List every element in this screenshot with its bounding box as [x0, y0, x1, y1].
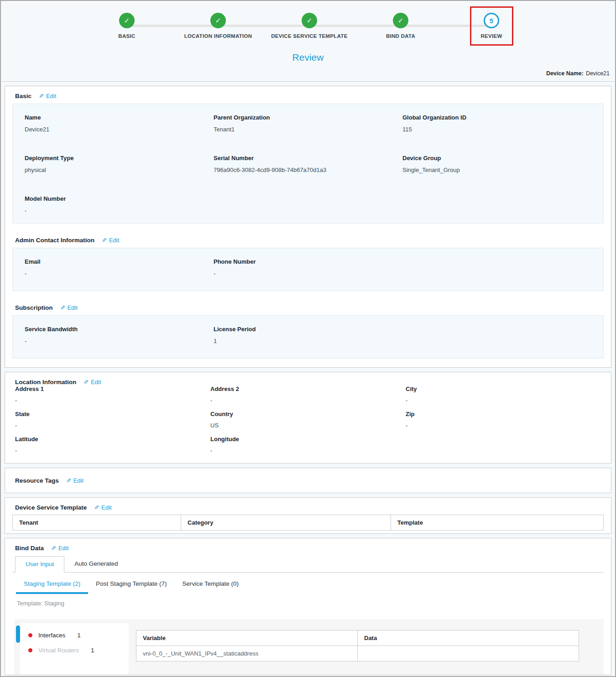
red-dot-icon: [28, 648, 32, 652]
field-value: -: [406, 397, 601, 404]
section-title: Location Information: [15, 379, 76, 385]
location-fields-grid: Address 1 - Address 2 - City - State - C…: [10, 385, 606, 456]
list-item-count: 1: [77, 632, 81, 639]
edit-label: Edit: [46, 93, 56, 99]
edit-icon: ✎: [66, 477, 71, 484]
subscription-section-header: Subscription ✎ Edit: [5, 298, 611, 315]
list-scroll-indicator[interactable]: [16, 625, 20, 643]
subscription-edit-button[interactable]: ✎ Edit: [60, 304, 78, 311]
tab-auto-generated[interactable]: Auto Generated: [64, 556, 128, 572]
admin-contact-section-header: Admin Contact Information ✎ Edit: [5, 230, 611, 248]
basic-fields-box: Name Device21 Parent Organization Tenant…: [12, 104, 604, 224]
variable-table-wrap: Variable Data vni-0_0_-_Unit_WAN1_IPv4__…: [136, 630, 579, 675]
field-value: -: [25, 270, 214, 277]
field-value: 1: [214, 338, 402, 344]
bind-data-edit-button[interactable]: ✎ Edit: [51, 545, 68, 552]
step-review[interactable]: 5 REVIEW: [439, 13, 544, 39]
dst-table-header-row: Tenant Category Template: [13, 515, 604, 531]
dst-col-category: Category: [181, 515, 391, 531]
field-label: Deployment Type: [25, 155, 214, 161]
device-name-row: Device Name:Device21: [1, 63, 615, 82]
section-title: Subscription: [15, 304, 53, 311]
field-label: Longitude: [210, 436, 406, 443]
location-edit-button[interactable]: ✎ Edit: [84, 379, 101, 385]
subtab-staging-template[interactable]: Staging Template (2): [16, 576, 88, 594]
step-location-information[interactable]: ✓ LOCATION INFORMATION: [166, 13, 271, 39]
field-city: City -: [406, 385, 601, 406]
location-panel: Location Information ✎ Edit Address 1 - …: [5, 372, 611, 463]
device-name-value: Device21: [586, 70, 610, 77]
field-label: Name: [25, 114, 214, 121]
step-basic[interactable]: ✓ BASIC: [74, 13, 179, 39]
edit-label: Edit: [101, 504, 111, 511]
col-data: Data: [358, 630, 579, 646]
field-label: Model Number: [25, 195, 214, 202]
field-device-group: Device Group Single_Tenant_Group: [402, 155, 591, 173]
field-email: Email -: [25, 258, 214, 277]
edit-label: Edit: [91, 379, 101, 385]
field-label: State: [15, 411, 210, 417]
field-value: Single_Tenant_Group: [402, 167, 591, 173]
field-service-bandwidth: Service Bandwidth -: [25, 326, 214, 344]
list-item-label: Virtual Routers: [38, 647, 79, 654]
field-label: Device Group: [402, 155, 591, 161]
field-name: Name Device21: [25, 114, 214, 133]
device-service-template-panel: Device Service Template ✎ Edit Tenant Ca…: [5, 497, 611, 534]
field-value: -: [15, 422, 210, 429]
dst-col-tenant: Tenant: [13, 515, 181, 531]
field-address-2: Address 2 -: [210, 385, 406, 406]
field-label: Parent Organization: [214, 114, 402, 121]
bind-data-category-list: Interfaces 1 Virtual Routers 1: [20, 623, 129, 675]
bind-data-content: Interfaces 1 Virtual Routers 1 Variable …: [14, 619, 604, 675]
location-section-header: Location Information ✎ Edit: [10, 378, 606, 385]
field-address-1: Address 1 -: [15, 385, 210, 406]
step-bind-data[interactable]: ✓ BIND DATA: [348, 13, 453, 39]
step-label: LOCATION INFORMATION: [166, 33, 271, 39]
field-value: -: [25, 207, 214, 214]
field-deployment-type: Deployment Type physical: [25, 155, 214, 173]
edit-icon: ✎: [94, 504, 99, 511]
red-dot-icon: [28, 633, 32, 637]
field-value: 796a90c6-3082-4cd9-908b-74b67a70d1a3: [214, 167, 402, 173]
resource-tags-edit-button[interactable]: ✎ Edit: [66, 477, 84, 484]
wizard-stepper: ✓ BASIC ✓ LOCATION INFORMATION ✓ DEVICE …: [1, 6, 615, 51]
admin-contact-edit-button[interactable]: ✎ Edit: [102, 237, 119, 244]
field-label: Address 1: [15, 385, 210, 392]
dst-col-template: Template: [391, 515, 603, 531]
admin-contact-fields-box: Email - Phone Number -: [12, 248, 604, 291]
field-label: Country: [210, 411, 406, 417]
field-phone-number: Phone Number -: [214, 258, 402, 277]
tab-user-input[interactable]: User Input: [15, 556, 64, 573]
edit-icon: ✎: [51, 545, 56, 552]
data-cell: [358, 646, 579, 661]
field-label: Serial Number: [214, 155, 402, 161]
step-device-service-template[interactable]: ✓ DEVICE SERVICE TEMPLATE: [257, 13, 362, 39]
edit-icon: ✎: [39, 93, 44, 99]
field-value: -: [214, 270, 402, 277]
edit-label: Edit: [58, 545, 68, 552]
check-icon: ✓: [210, 13, 226, 28]
subtab-post-staging-template[interactable]: Post Staging Template (7): [88, 576, 174, 594]
field-label: Zip: [406, 411, 601, 417]
field-label: License Period: [214, 326, 402, 333]
list-item-interfaces[interactable]: Interfaces 1: [20, 628, 129, 643]
field-value: Tenant1: [214, 126, 402, 133]
subtab-service-template[interactable]: Service Template (0): [174, 576, 246, 594]
edit-icon: ✎: [102, 237, 107, 244]
field-value: -: [210, 397, 406, 404]
basic-edit-button[interactable]: ✎ Edit: [39, 93, 56, 99]
list-item-virtual-routers[interactable]: Virtual Routers 1: [20, 643, 129, 658]
device-name-label: Device Name:: [546, 70, 584, 77]
bind-data-tab-bar: User Input Auto Generated: [12, 556, 604, 573]
field-value: US: [210, 422, 406, 429]
field-value: -: [25, 338, 214, 344]
field-label: Phone Number: [214, 258, 402, 265]
resource-tags-panel: Resource Tags ✎ Edit: [5, 468, 611, 493]
dst-table: Tenant Category Template: [12, 515, 604, 531]
dst-edit-button[interactable]: ✎ Edit: [94, 504, 111, 511]
section-title: Basic: [15, 93, 31, 99]
section-title: Resource Tags: [15, 477, 59, 484]
field-label: Latitude: [15, 436, 210, 443]
list-item-count: 1: [91, 647, 94, 654]
field-label: Email: [25, 258, 214, 265]
